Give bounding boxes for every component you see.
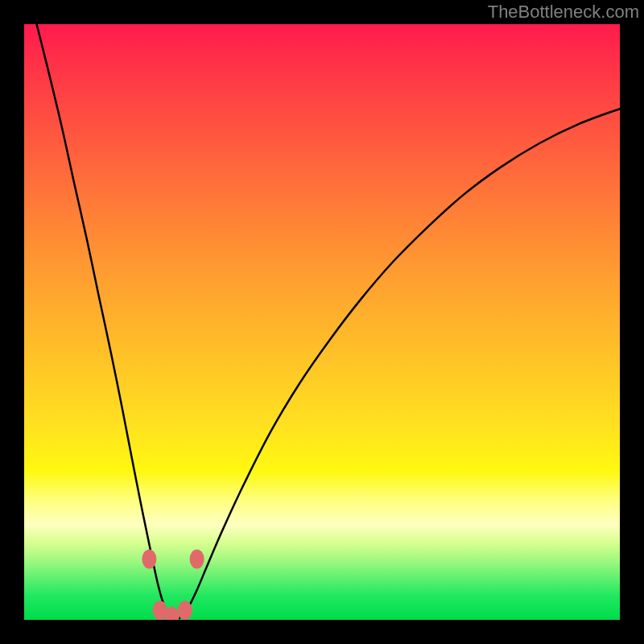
chart-frame: TheBottleneck.com (0, 0, 644, 644)
curve-marker (142, 550, 156, 569)
curve-marker (178, 601, 192, 620)
curve-markers (142, 550, 204, 620)
bottleneck-curve (37, 24, 620, 619)
watermark-text: TheBottleneck.com (488, 2, 639, 23)
curve-marker (190, 550, 204, 569)
bottleneck-curve-svg (24, 24, 620, 620)
plot-area (24, 24, 620, 620)
